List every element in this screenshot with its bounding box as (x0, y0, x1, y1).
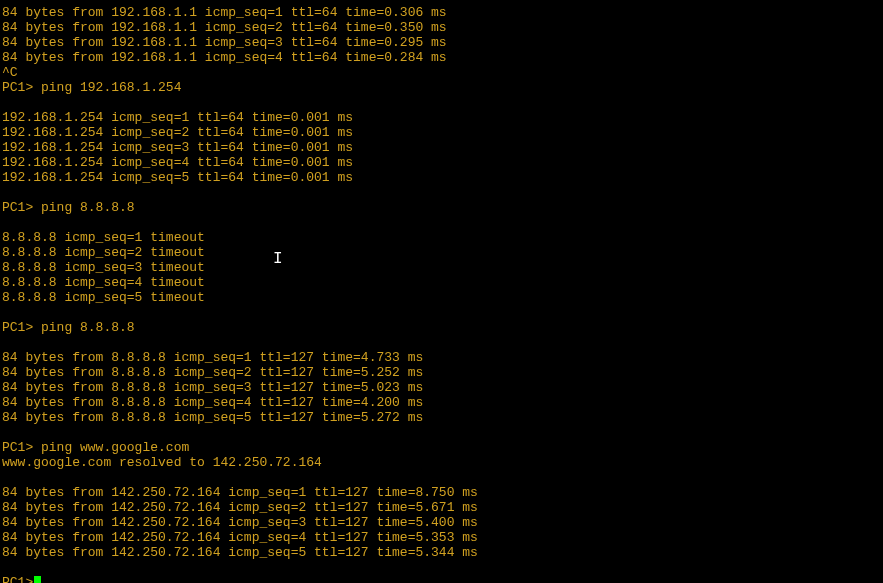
terminal-line: PC1> ping 8.8.8.8 (2, 200, 881, 215)
terminal-line: PC1> ping www.google.com (2, 440, 881, 455)
terminal-line: 84 bytes from 8.8.8.8 icmp_seq=2 ttl=127… (2, 365, 881, 380)
terminal-line: www.google.com resolved to 142.250.72.16… (2, 455, 881, 470)
terminal-line: 192.168.1.254 icmp_seq=3 ttl=64 time=0.0… (2, 140, 881, 155)
terminal-line: 8.8.8.8 icmp_seq=5 timeout (2, 290, 881, 305)
terminal-line: 192.168.1.254 icmp_seq=2 ttl=64 time=0.0… (2, 125, 881, 140)
prompt-line[interactable]: PC1> (2, 575, 881, 583)
blank-line (2, 425, 881, 440)
terminal-line: 84 bytes from 142.250.72.164 icmp_seq=2 … (2, 500, 881, 515)
terminal-line: 84 bytes from 142.250.72.164 icmp_seq=1 … (2, 485, 881, 500)
terminal-line: 84 bytes from 142.250.72.164 icmp_seq=3 … (2, 515, 881, 530)
terminal-line: 84 bytes from 8.8.8.8 icmp_seq=5 ttl=127… (2, 410, 881, 425)
terminal-line: 84 bytes from 192.168.1.1 icmp_seq=3 ttl… (2, 35, 881, 50)
terminal-line: 84 bytes from 8.8.8.8 icmp_seq=1 ttl=127… (2, 350, 881, 365)
terminal-line: 192.168.1.254 icmp_seq=4 ttl=64 time=0.0… (2, 155, 881, 170)
terminal-line: 84 bytes from 142.250.72.164 icmp_seq=5 … (2, 545, 881, 560)
terminal-line: 192.168.1.254 icmp_seq=5 ttl=64 time=0.0… (2, 170, 881, 185)
blank-line (2, 560, 881, 575)
terminal-line: 84 bytes from 142.250.72.164 icmp_seq=4 … (2, 530, 881, 545)
terminal-line: 84 bytes from 192.168.1.1 icmp_seq=2 ttl… (2, 20, 881, 35)
prompt-text: PC1> (2, 575, 33, 583)
blank-line (2, 335, 881, 350)
blank-line (2, 305, 881, 320)
terminal-line: 8.8.8.8 icmp_seq=3 timeout (2, 260, 881, 275)
blank-line (2, 185, 881, 200)
terminal-line: 8.8.8.8 icmp_seq=4 timeout (2, 275, 881, 290)
terminal-line: 84 bytes from 192.168.1.1 icmp_seq=4 ttl… (2, 50, 881, 65)
terminal-line: 84 bytes from 192.168.1.1 icmp_seq=1 ttl… (2, 5, 881, 20)
terminal-line: 192.168.1.254 icmp_seq=1 ttl=64 time=0.0… (2, 110, 881, 125)
terminal-line: ^C (2, 65, 881, 80)
terminal-cursor (34, 576, 41, 583)
blank-line (2, 470, 881, 485)
terminal-line: 8.8.8.8 icmp_seq=1 timeout (2, 230, 881, 245)
terminal-line: 84 bytes from 8.8.8.8 icmp_seq=4 ttl=127… (2, 395, 881, 410)
blank-line (2, 95, 881, 110)
terminal-line: PC1> ping 8.8.8.8 (2, 320, 881, 335)
blank-line (2, 215, 881, 230)
terminal-line: 84 bytes from 8.8.8.8 icmp_seq=3 ttl=127… (2, 380, 881, 395)
terminal-output[interactable]: 84 bytes from 192.168.1.1 icmp_seq=1 ttl… (2, 5, 881, 575)
terminal-line: 8.8.8.8 icmp_seq=2 timeout (2, 245, 881, 260)
terminal-line: PC1> ping 192.168.1.254 (2, 80, 881, 95)
